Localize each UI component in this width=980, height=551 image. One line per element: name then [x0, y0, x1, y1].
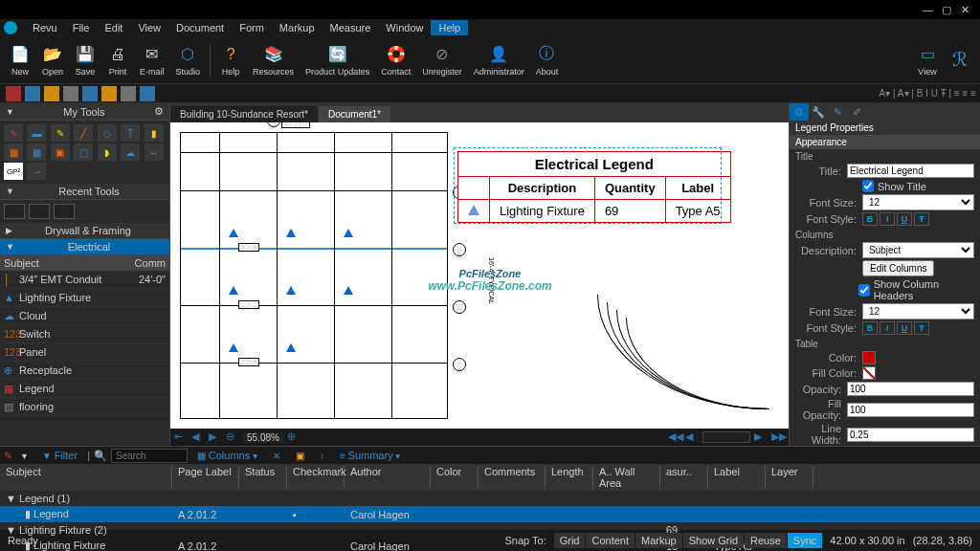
- brand-button[interactable]: ℛ: [944, 47, 976, 74]
- zoom-in-icon[interactable]: ⊕: [287, 430, 301, 444]
- menu-markup[interactable]: Markup: [272, 20, 323, 35]
- snap-show-grid[interactable]: Show Grid: [683, 533, 744, 548]
- show-title-checkbox[interactable]: [862, 180, 874, 192]
- document-tab[interactable]: Document1*: [319, 106, 390, 122]
- recent-tool[interactable]: [29, 204, 50, 219]
- column-header[interactable]: Layer: [766, 466, 813, 489]
- new-button[interactable]: 📄New: [4, 42, 36, 78]
- mytools-header[interactable]: ▼My Tools⚙: [0, 103, 169, 121]
- print-button[interactable]: 🖨Print: [101, 42, 134, 78]
- fillcolor-swatch[interactable]: [862, 366, 876, 380]
- resources-button[interactable]: 📚Resources: [247, 42, 300, 78]
- italic-button[interactable]: I: [880, 321, 895, 335]
- snap-sync[interactable]: Sync: [788, 533, 822, 548]
- help-button[interactable]: ?Help: [214, 42, 247, 78]
- column-header[interactable]: Label: [708, 466, 766, 489]
- column-header[interactable]: Subject: [0, 466, 172, 489]
- menu-file[interactable]: File: [65, 20, 98, 35]
- electrical-item[interactable]: ▦Legend: [0, 380, 169, 398]
- gear-tab-icon[interactable]: ⚙: [790, 103, 809, 121]
- collapse-button[interactable]: ▾: [16, 450, 33, 462]
- tool-table[interactable]: ▦: [4, 143, 23, 161]
- contact-button[interactable]: 🛟Contact: [375, 42, 416, 78]
- color-swatch[interactable]: [862, 351, 876, 364]
- nav-icon[interactable]: ▶: [754, 430, 768, 444]
- snap-reuse[interactable]: Reuse: [745, 533, 787, 548]
- zoom-out-icon[interactable]: ⊖: [226, 430, 239, 444]
- save-button[interactable]: 💾Save: [69, 42, 101, 78]
- column-header[interactable]: Status: [239, 466, 287, 489]
- column-header[interactable]: Comments: [479, 466, 546, 489]
- tool-icon[interactable]: [140, 86, 155, 101]
- tool-icon[interactable]: [121, 86, 136, 101]
- legend-table[interactable]: Electrical Legend Description Quantity L…: [457, 151, 731, 223]
- open-button[interactable]: 📂Open: [36, 42, 69, 78]
- nav-icon[interactable]: ◀◀: [668, 430, 681, 444]
- e-mail-button[interactable]: ✉E-mail: [134, 42, 170, 78]
- tool-line[interactable]: ╱: [74, 124, 93, 142]
- summary-button[interactable]: ≡ Summary ▾: [334, 449, 406, 462]
- tool-shape[interactable]: ◇: [98, 124, 117, 142]
- electrical-item[interactable]: │3/4" EMT Conduit24'-0": [0, 271, 169, 289]
- markup-row[interactable]: ▮ LegendA 2.01.2▪Carol Hagen: [0, 506, 980, 522]
- tool-text[interactable]: T: [121, 124, 140, 142]
- recent-tool[interactable]: [4, 204, 25, 219]
- tool-marker[interactable]: ✎: [51, 124, 70, 142]
- title-input[interactable]: [847, 164, 974, 178]
- tool-grid[interactable]: ▦: [27, 143, 46, 161]
- electrical-header[interactable]: ▼Electrical: [0, 239, 169, 255]
- tool-callout[interactable]: ◗: [98, 143, 117, 161]
- chevron-right-icon[interactable]: ▶: [6, 226, 12, 235]
- column-header[interactable]: Page Label: [172, 466, 239, 489]
- tool-icon[interactable]: [82, 86, 98, 101]
- tool-pen[interactable]: ✎: [4, 124, 23, 142]
- snap-markup[interactable]: Markup: [635, 533, 682, 548]
- next-page-icon[interactable]: ▶: [209, 430, 222, 444]
- electrical-item[interactable]: ⊕Receptacle: [0, 362, 169, 380]
- menu-form[interactable]: Form: [232, 20, 272, 35]
- bold-button[interactable]: B: [862, 321, 878, 335]
- show-headers-checkbox[interactable]: [858, 284, 870, 297]
- electrical-item[interactable]: ☁Cloud: [0, 307, 169, 325]
- electrical-item[interactable]: ▲Lighting Fixture: [0, 289, 169, 307]
- column-header[interactable]: A.. Wall Area: [593, 466, 660, 489]
- tool-button[interactable]: ▣: [290, 450, 310, 462]
- wrench-tab-icon[interactable]: 🔧: [809, 103, 828, 121]
- nav-icon[interactable]: ▶▶: [771, 430, 785, 444]
- prev-page-icon[interactable]: ◀: [191, 430, 205, 444]
- minimize-icon[interactable]: —: [923, 4, 934, 15]
- tool-icon[interactable]: [25, 86, 40, 101]
- drywall-header[interactable]: ▶Drywall & Framing: [0, 223, 169, 239]
- electrical-item[interactable]: ▨flooring: [0, 398, 169, 416]
- maximize-icon[interactable]: ▢: [942, 4, 953, 15]
- tool-box[interactable]: ▢: [74, 143, 93, 161]
- column-header[interactable]: Author: [345, 466, 431, 489]
- tool-gp[interactable]: GP²: [4, 163, 23, 180]
- about-button[interactable]: ⓘAbout: [530, 42, 565, 78]
- view-button[interactable]: ▭View: [911, 42, 944, 78]
- edit-columns-button[interactable]: Edit Columns: [862, 260, 934, 276]
- recent-header[interactable]: ▼Recent Tools: [0, 184, 169, 200]
- fillopacity-input[interactable]: [847, 403, 974, 417]
- chevron-down-icon[interactable]: ▼: [6, 187, 14, 196]
- columns-button[interactable]: ▦ Columns ▾: [191, 449, 263, 462]
- menu-edit[interactable]: Edit: [97, 20, 130, 35]
- tool-icon[interactable]: [6, 86, 21, 101]
- electrical-item[interactable]: 123Panel: [0, 343, 169, 362]
- document-tab[interactable]: Building 10-Sundance Resort*: [170, 106, 318, 122]
- tool-icon[interactable]: [63, 86, 78, 101]
- brush-tab-icon[interactable]: ✐: [847, 103, 866, 121]
- menu-revu[interactable]: Revu: [25, 20, 65, 35]
- underline-button[interactable]: U: [897, 212, 912, 226]
- administrator-button[interactable]: 👤Administrator: [468, 42, 530, 78]
- unregister-button[interactable]: ⊘Unregister: [416, 42, 468, 78]
- tool-icon[interactable]: [44, 86, 59, 101]
- opacity-input[interactable]: [847, 382, 974, 396]
- tool-cloud[interactable]: ☁: [121, 143, 140, 161]
- description-select[interactable]: Subject: [862, 242, 974, 258]
- snap-grid[interactable]: Grid: [554, 533, 586, 548]
- tool-button[interactable]: ↕: [314, 450, 330, 462]
- chevron-down-icon[interactable]: ▼: [6, 242, 14, 252]
- pen-icon[interactable]: ✎: [4, 450, 12, 462]
- electrical-item[interactable]: 123Switch: [0, 325, 169, 343]
